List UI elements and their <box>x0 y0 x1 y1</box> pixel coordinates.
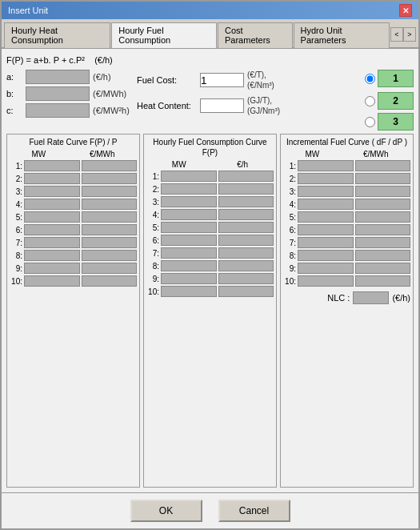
left-params: a: (€/h) b: (€/MWh) c: (€/MW²h) <box>6 70 130 130</box>
fuel-rate-r3-c1[interactable] <box>24 186 80 197</box>
tab-cost-parameters[interactable]: Cost Parameters <box>218 22 293 48</box>
incr-r2-c1[interactable] <box>298 173 354 184</box>
heat-content-label: Heat Content: <box>137 101 197 110</box>
formula-text: F(P) = a+b. P + c.P² <box>6 55 85 65</box>
incr-r9-c2[interactable] <box>355 263 411 274</box>
fuel-rate-curve-box: Fuel Rate Curve F(P) / P MW €/MWh 1: 2: <box>6 134 140 488</box>
fuel-rate-r8-c1[interactable] <box>24 250 80 261</box>
fuel-rate-r9-c1[interactable] <box>24 263 80 274</box>
table-row: 10: <box>283 275 410 287</box>
incr-r5-c1[interactable] <box>298 211 354 223</box>
nlc-input[interactable] <box>353 291 389 304</box>
incr-r6-c2[interactable] <box>355 224 411 235</box>
fuel-rate-r9-c2[interactable] <box>82 263 138 274</box>
hourly-fuel-r7-c1[interactable] <box>161 247 217 259</box>
hourly-fuel-r10-c2[interactable] <box>218 286 274 297</box>
hourly-fuel-r5-c1[interactable] <box>161 222 217 233</box>
fuel-rate-r7-c2[interactable] <box>82 237 138 248</box>
tab-hourly-fuel[interactable]: Hourly Fuel Consumption <box>111 22 217 48</box>
hourly-fuel-curve-rows: 1: 2: 3: 4: <box>146 171 274 297</box>
radio-3[interactable] <box>365 117 375 127</box>
hourly-fuel-r4-c2[interactable] <box>218 209 274 220</box>
tab-hourly-heat[interactable]: Hourly Heat Consumption <box>4 22 110 48</box>
hourly-fuel-r10-c1[interactable] <box>161 286 217 297</box>
incr-r10-c1[interactable] <box>298 275 354 287</box>
fuel-rate-r6-c2[interactable] <box>82 224 138 235</box>
param-a-input[interactable] <box>26 70 90 84</box>
incr-r9-c1[interactable] <box>298 263 354 274</box>
fuel-rate-r1-c1[interactable] <box>24 160 80 171</box>
incr-r3-c1[interactable] <box>298 186 354 197</box>
hourly-fuel-r1-c1[interactable] <box>161 171 217 182</box>
incremental-curve-rows: 1: 2: 3: 4: <box>283 160 410 287</box>
fuel-rate-r6-c1[interactable] <box>24 224 80 235</box>
hourly-fuel-r3-c1[interactable] <box>161 196 217 207</box>
incr-r5-c2[interactable] <box>355 211 411 223</box>
incr-r8-c1[interactable] <box>298 250 354 261</box>
incr-r6-c1[interactable] <box>298 224 354 235</box>
tab-next-button[interactable]: > <box>403 27 416 42</box>
fuel-rate-r5-c1[interactable] <box>24 211 80 223</box>
nlc-label: NLC : <box>327 293 350 303</box>
incr-r7-c2[interactable] <box>355 237 411 248</box>
hourly-fuel-r6-c2[interactable] <box>218 235 274 246</box>
fuel-rate-r2-c2[interactable] <box>82 173 138 184</box>
fuel-rate-r5-c2[interactable] <box>82 211 138 223</box>
hourly-fuel-curve-title: Hourly Fuel Consumption Curve F(P) <box>146 137 274 158</box>
hourly-fuel-r2-c2[interactable] <box>218 183 274 195</box>
green-btn-1[interactable]: 1 <box>378 70 414 87</box>
hourly-fuel-r8-c2[interactable] <box>218 260 274 271</box>
param-b-label: b: <box>6 89 22 98</box>
incr-r1-c2[interactable] <box>355 160 411 171</box>
fuel-rate-r10-c2[interactable] <box>82 275 138 287</box>
right-params: Fuel Cost: (€/T), (€/Nm³) Heat Content: … <box>137 70 355 130</box>
heat-content-input[interactable] <box>200 98 244 113</box>
fuel-cost-unit: (€/T), (€/Nm³) <box>247 70 274 90</box>
fuel-rate-r2-c1[interactable] <box>24 173 80 184</box>
fuel-rate-r4-c2[interactable] <box>82 199 138 210</box>
hourly-fuel-r2-c1[interactable] <box>161 183 217 195</box>
fuel-cost-label: Fuel Cost: <box>137 75 197 85</box>
incr-r2-c2[interactable] <box>355 173 411 184</box>
hourly-fuel-r6-c1[interactable] <box>161 235 217 246</box>
incr-r7-c1[interactable] <box>298 237 354 248</box>
hourly-fuel-r9-c2[interactable] <box>218 273 274 284</box>
nlc-unit: (€/h) <box>392 293 410 303</box>
close-button[interactable]: ✕ <box>399 4 412 17</box>
hourly-fuel-r8-c1[interactable] <box>161 260 217 271</box>
incr-r3-c2[interactable] <box>355 186 411 197</box>
incr-r4-c1[interactable] <box>298 199 354 210</box>
green-btn-3[interactable]: 3 <box>378 113 414 130</box>
hourly-fuel-r3-c2[interactable] <box>218 196 274 207</box>
fuel-rate-r3-c2[interactable] <box>82 186 138 197</box>
fuel-rate-r8-c2[interactable] <box>82 250 138 261</box>
hourly-fuel-r1-c2[interactable] <box>218 171 274 182</box>
radio-section: 1 2 3 <box>362 70 414 130</box>
param-b-input[interactable] <box>26 86 90 101</box>
cancel-button[interactable]: Cancel <box>218 500 290 522</box>
table-row: 10: <box>146 286 274 297</box>
tab-prev-button[interactable]: < <box>390 27 403 42</box>
fuel-rate-curve-title: Fuel Rate Curve F(P) / P <box>10 137 137 147</box>
param-c-input[interactable] <box>26 103 90 118</box>
incr-r10-c2[interactable] <box>355 275 411 287</box>
radio-2[interactable] <box>365 96 375 106</box>
hourly-fuel-r7-c2[interactable] <box>218 247 274 259</box>
fuel-rate-r10-c1[interactable] <box>24 275 80 287</box>
radio-1[interactable] <box>365 74 375 84</box>
incr-r8-c2[interactable] <box>355 250 411 261</box>
incremental-col1: MW <box>305 150 319 159</box>
hourly-fuel-r4-c1[interactable] <box>161 209 217 220</box>
fuel-rate-r1-c2[interactable] <box>82 160 138 171</box>
green-btn-2[interactable]: 2 <box>378 92 414 110</box>
hourly-fuel-r9-c1[interactable] <box>161 273 217 284</box>
incr-r1-c1[interactable] <box>298 160 354 171</box>
tab-hydro-unit[interactable]: Hydro Unit Parameters <box>294 22 390 48</box>
fuel-cost-input[interactable] <box>200 73 244 87</box>
ok-button[interactable]: OK <box>130 500 202 522</box>
fuel-rate-r7-c1[interactable] <box>24 237 80 248</box>
hourly-fuel-r5-c2[interactable] <box>218 222 274 233</box>
incr-r4-c2[interactable] <box>355 199 411 210</box>
fuel-rate-r4-c1[interactable] <box>24 199 80 210</box>
table-row: 10: <box>10 275 137 287</box>
